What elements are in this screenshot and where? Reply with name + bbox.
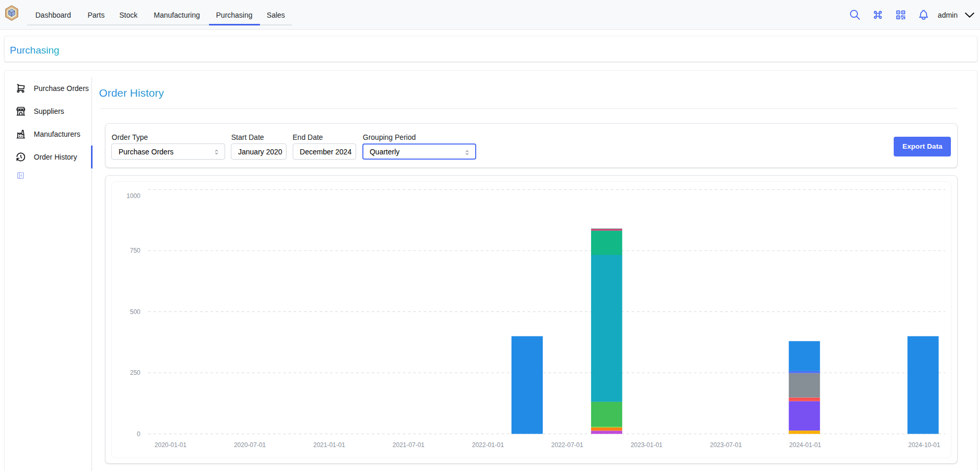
svg-text:2020-01-01: 2020-01-01 — [154, 441, 187, 449]
svg-text:2023-07-01: 2023-07-01 — [710, 441, 742, 449]
svg-text:250: 250 — [130, 369, 140, 376]
svg-text:2024-01-01: 2024-01-01 — [789, 441, 821, 449]
svg-text:1000: 1000 — [126, 192, 140, 200]
svg-text:2021-07-01: 2021-07-01 — [393, 441, 425, 449]
svg-text:750: 750 — [130, 247, 140, 254]
svg-text:2021-01-01: 2021-01-01 — [313, 441, 345, 449]
svg-text:2022-07-01: 2022-07-01 — [551, 441, 583, 449]
svg-text:2023-01-01: 2023-01-01 — [630, 441, 662, 449]
svg-text:500: 500 — [130, 308, 140, 316]
svg-text:0: 0 — [137, 430, 140, 438]
svg-text:2024-10-01: 2024-10-01 — [908, 441, 940, 449]
svg-text:2022-01-01: 2022-01-01 — [472, 441, 504, 449]
svg-text:2020-07-01: 2020-07-01 — [233, 441, 266, 449]
